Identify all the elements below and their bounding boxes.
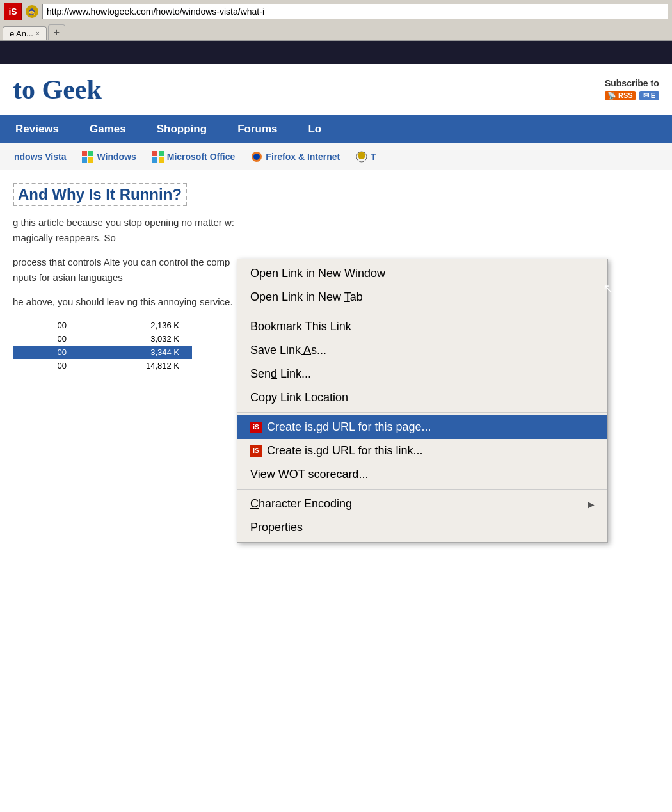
table-cell: 2,136 K xyxy=(79,319,192,332)
svg-rect-4 xyxy=(152,151,157,156)
subnav-windows-vista-label: ndows Vista xyxy=(14,152,66,162)
subnav-more-label: T xyxy=(371,152,376,162)
subnav-firefox[interactable]: Firefox & Internet xyxy=(243,150,348,163)
separator-1 xyxy=(237,312,607,312)
nav-reviews[interactable]: Reviews xyxy=(0,115,74,143)
menu-character-encoding-label: Character Encoding xyxy=(250,497,352,511)
address-bar: iS 🧙 xyxy=(0,0,672,23)
firefox-icon xyxy=(250,150,263,163)
isgd-page-icon: iS xyxy=(250,422,262,433)
site-content: to Geek Subscribe to 📡 RSS ✉ E Reviews G… xyxy=(0,41,672,809)
table-cell: 00 xyxy=(13,359,79,372)
separator-3 xyxy=(237,489,607,490)
svg-rect-1 xyxy=(88,151,93,156)
subscribe-label: Subscribe to xyxy=(605,78,659,88)
site-logo: to Geek xyxy=(13,74,102,105)
table-cell: 00 xyxy=(13,319,79,332)
active-tab[interactable]: e An... × xyxy=(3,26,47,40)
table-cell: 00 xyxy=(13,346,79,359)
menu-open-new-window-label: Open Link in New Window xyxy=(250,267,385,280)
menu-send-link[interactable]: Send Link... xyxy=(237,362,607,386)
menu-view-wot[interactable]: View WOT scorecard... xyxy=(237,463,607,486)
email-badge[interactable]: ✉ E xyxy=(639,91,659,100)
subnav-office-label: Microsoft Office xyxy=(167,152,236,162)
subnav-windows[interactable]: Windows xyxy=(74,150,143,163)
windows-icon xyxy=(81,150,94,163)
table-row-highlighted: 00 3,344 K xyxy=(13,346,192,359)
sub-nav: ndows Vista Windows Microsoft Office xyxy=(0,143,672,170)
menu-create-isgd-page[interactable]: iS Create is.gd URL for this page... ↖ xyxy=(237,415,607,439)
table-cell: 3,032 K xyxy=(79,332,192,346)
favicon: 🧙 xyxy=(26,5,38,18)
menu-create-isgd-link-label: Create is.gd URL for this link... xyxy=(267,444,422,458)
office-icon xyxy=(152,150,164,163)
top-dark-nav xyxy=(0,41,672,64)
table-row: 00 14,812 K xyxy=(13,359,192,372)
svg-rect-3 xyxy=(88,157,93,163)
subnav-windows-label: Windows xyxy=(97,152,136,162)
subnav-firefox-label: Firefox & Internet xyxy=(266,152,340,162)
nav-games[interactable]: Games xyxy=(74,115,141,143)
menu-properties-label: Properties xyxy=(250,521,303,534)
new-tab-button[interactable]: + xyxy=(48,24,65,40)
isgd-link-icon: iS xyxy=(250,445,262,457)
svg-point-9 xyxy=(253,154,260,160)
site-header: to Geek Subscribe to 📡 RSS ✉ E xyxy=(0,64,672,115)
data-table: 00 2,136 K 00 3,032 K 00 3,344 K 00 14,8… xyxy=(13,319,192,372)
menu-create-isgd-page-label: Create is.gd URL for this page... xyxy=(267,420,431,434)
geek-icon xyxy=(355,150,368,163)
is-logo: iS xyxy=(4,3,22,20)
svg-rect-6 xyxy=(152,157,157,163)
separator-2 xyxy=(237,412,607,413)
tab-label: e An... xyxy=(10,29,33,38)
menu-send-link-label: Send Link... xyxy=(250,367,311,381)
menu-character-encoding[interactable]: Character Encoding ▶ xyxy=(237,492,607,516)
svg-rect-5 xyxy=(159,151,164,156)
menu-open-new-window[interactable]: Open Link in New Window xyxy=(237,262,607,285)
rss-badge[interactable]: 📡 RSS xyxy=(605,91,636,100)
nav-more[interactable]: Lo xyxy=(292,115,337,143)
nav-shopping[interactable]: Shopping xyxy=(141,115,222,143)
svg-rect-0 xyxy=(82,151,87,156)
menu-copy-link-label: Copy Link Location xyxy=(250,391,348,404)
nav-forums[interactable]: Forums xyxy=(222,115,292,143)
menu-view-wot-label: View WOT scorecard... xyxy=(250,468,368,481)
subscribe-icons: 📡 RSS ✉ E xyxy=(605,91,659,100)
tab-close-button[interactable]: × xyxy=(36,30,40,37)
article-paragraph-3: he above, you should leav ng this annoyi… xyxy=(13,294,250,310)
menu-open-new-tab[interactable]: Open Link in New Tab xyxy=(237,285,607,309)
url-input[interactable] xyxy=(42,4,668,19)
table-cell: 00 xyxy=(13,332,79,346)
subnav-more[interactable]: T xyxy=(348,150,384,163)
menu-copy-link[interactable]: Copy Link Location xyxy=(237,386,607,410)
subnav-office[interactable]: Microsoft Office xyxy=(144,150,243,163)
table-row: 00 2,136 K xyxy=(13,319,192,332)
table-cell: 14,812 K xyxy=(79,359,192,372)
tab-bar: e An... × + xyxy=(0,23,672,40)
menu-create-isgd-link[interactable]: iS Create is.gd URL for this link... xyxy=(237,439,607,463)
svg-point-10 xyxy=(358,152,365,159)
menu-bookmark-link-label: Bookmark This Link xyxy=(250,320,351,333)
svg-rect-7 xyxy=(159,157,164,163)
svg-rect-2 xyxy=(82,157,87,163)
menu-save-link-as[interactable]: Save Link As... xyxy=(237,338,607,362)
menu-bookmark-link[interactable]: Bookmark This Link xyxy=(237,315,607,338)
article-paragraph-1: g this article because you stop opening … xyxy=(13,215,250,246)
article-title: And Why Is It Runnin? xyxy=(13,183,187,206)
context-menu: Open Link in New Window Open Link in New… xyxy=(237,259,608,543)
main-nav: Reviews Games Shopping Forums Lo xyxy=(0,115,672,143)
menu-properties[interactable]: Properties xyxy=(237,516,607,539)
table-row: 00 3,032 K xyxy=(13,332,192,346)
table-cell: 3,344 K xyxy=(79,346,192,359)
menu-save-link-as-label: Save Link As... xyxy=(250,344,326,357)
subscribe-area: Subscribe to 📡 RSS ✉ E xyxy=(605,78,659,100)
article-paragraph-2: process that controls Alte you can contr… xyxy=(13,255,250,285)
subnav-windows-vista[interactable]: ndows Vista xyxy=(6,152,74,162)
submenu-arrow-icon: ▶ xyxy=(588,499,595,509)
browser-chrome: iS 🧙 e An... × + xyxy=(0,0,672,41)
menu-open-new-tab-label: Open Link in New Tab xyxy=(250,291,363,304)
